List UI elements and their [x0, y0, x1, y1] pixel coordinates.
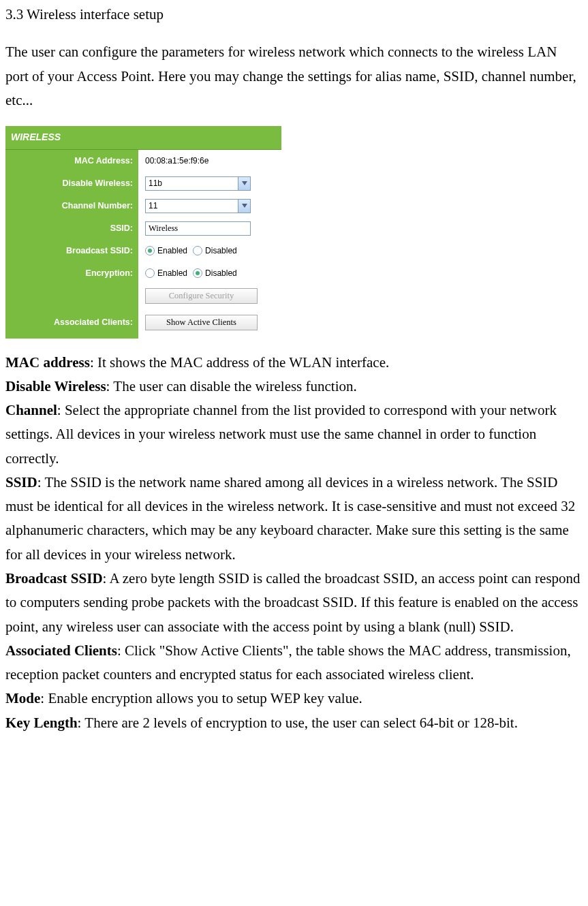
chevron-down-icon	[238, 177, 250, 190]
mac-address-value: 00:08:a1:5e:f9:6e	[145, 154, 208, 168]
section-heading: 3.3 Wireless interface setup	[5, 5, 583, 24]
encryption-enabled-radio[interactable]: Enabled	[145, 266, 187, 280]
label-broadcast: Broadcast SSID:	[5, 244, 138, 258]
channel-number-select[interactable]: 11	[145, 199, 251, 213]
desc-ssid: SSID: The SSID is the network name share…	[5, 471, 583, 567]
desc-broadcast: Broadcast SSID: A zero byte length SSID …	[5, 567, 583, 639]
encryption-disabled-radio[interactable]: Disabled	[193, 266, 237, 280]
wireless-config-panel: WIRELESS MAC Address: Disable Wireless: …	[5, 126, 281, 339]
desc-keylength: Key Length: There are 2 levels of encryp…	[5, 711, 583, 735]
broadcast-disabled-label: Disabled	[205, 244, 237, 257]
desc-disable: Disable Wireless: The user can disable t…	[5, 375, 583, 399]
broadcast-enabled-radio[interactable]: Enabled	[145, 244, 187, 257]
encryption-disabled-label: Disabled	[205, 266, 237, 280]
label-ssid: SSID:	[5, 221, 138, 236]
desc-mac: MAC address: It shows the MAC address of…	[5, 351, 583, 375]
panel-title: WIRELESS	[5, 126, 281, 150]
descriptions: MAC address: It shows the MAC address of…	[5, 351, 583, 735]
configure-security-button: Configure Security	[145, 288, 258, 304]
label-mac: MAC Address:	[5, 154, 138, 168]
label-disable-wireless: Disable Wireless:	[5, 176, 138, 191]
broadcast-disabled-radio[interactable]: Disabled	[193, 244, 237, 257]
encryption-enabled-label: Enabled	[157, 266, 187, 280]
section-intro: The user can configure the parameters fo…	[5, 40, 583, 112]
show-active-clients-button[interactable]: Show Active Clients	[145, 315, 258, 330]
chevron-down-icon	[238, 200, 250, 213]
label-associated-clients: Associated Clients:	[5, 315, 138, 330]
channel-number-selected: 11	[149, 199, 157, 213]
desc-mode: Mode: Enable encryption allows you to se…	[5, 687, 583, 710]
ssid-input[interactable]	[145, 221, 251, 236]
desc-clients: Associated Clients: Click "Show Active C…	[5, 639, 583, 687]
broadcast-enabled-label: Enabled	[157, 244, 187, 257]
label-encryption: Encryption:	[5, 266, 138, 281]
label-channel: Channel Number:	[5, 199, 138, 213]
disable-wireless-select[interactable]: 11b	[145, 176, 251, 191]
disable-wireless-selected: 11b	[149, 176, 162, 190]
desc-channel: Channel: Select the appropriate channel …	[5, 399, 583, 471]
